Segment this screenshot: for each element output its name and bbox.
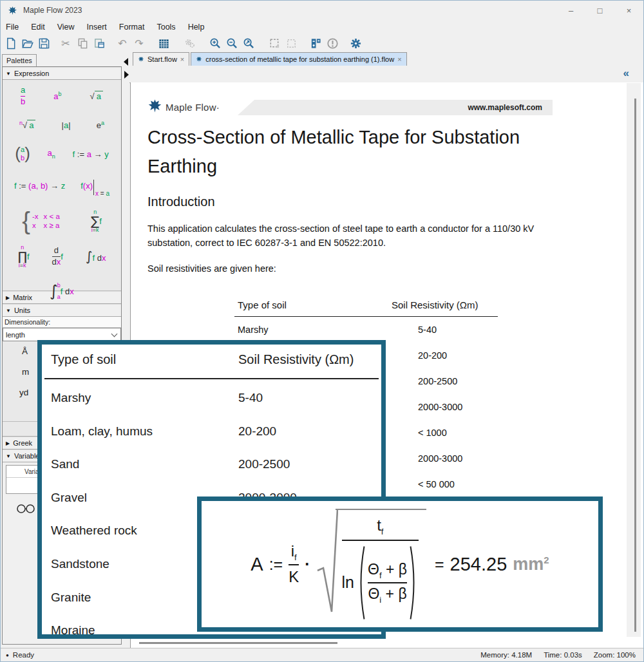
palette-item-map2[interactable]: f := (a, b) → z [14,181,65,191]
left-paren-icon [356,545,366,621]
tab-close-icon[interactable]: × [180,55,184,63]
zoom-callout-formula: A := if K · tf ln [197,497,603,632]
callout-cell: Gravel [51,491,87,505]
callout-cell: Marshy [51,391,91,405]
maple-flow-logo-icon [147,99,162,113]
tab-cross-section[interactable]: cross-section of metallic tape for subst… [191,52,406,66]
unit-item-yd[interactable]: yd [19,388,28,397]
formula: A := if K · tf ln [202,501,598,627]
palette-item-sum[interactable]: n ∑ i=k f [91,209,101,233]
maple-leaf-icon [8,6,17,15]
unit-item-angstrom[interactable]: Å [22,346,28,356]
horizontal-scrollbar-thumb[interactable] [139,642,337,644]
select-region-icon [268,37,281,50]
radical-icon [316,507,338,616]
palette-item-nroot[interactable]: n√a [19,120,35,130]
doc-table-cell: 2000-3000 [418,402,462,412]
palette-item-derivative[interactable]: ddx f [52,246,63,267]
callout-cell: Loam, clay, humus [51,424,153,439]
glasses-icon[interactable] [15,503,36,513]
chevron-expanded-icon: ▼ [6,71,11,77]
tab-start-flow[interactable]: Start.flow × [133,52,189,66]
menu-help[interactable]: Help [188,23,205,32]
expand-right-icon[interactable] [124,71,129,79]
unit-item-m[interactable]: m [22,367,29,377]
chevron-expanded-icon: ▼ [6,308,11,314]
menu-format[interactable]: Format [119,23,145,32]
menu-insert[interactable]: Insert [87,23,107,32]
interrupt-icon [326,37,339,50]
close-button[interactable]: × [614,1,643,20]
open-file-icon[interactable] [21,37,33,50]
undo-icon[interactable]: ↶ [116,37,129,50]
callout-header-soil: Type of soil [51,352,116,367]
palette-item-integral[interactable]: ∫f dx [86,249,106,264]
callout-cell: 20-200 [238,424,276,439]
right-paren-icon [409,545,419,621]
copy-icon[interactable] [76,37,89,50]
menu-view[interactable]: View [57,23,75,32]
palette-item-power[interactable]: ab [53,91,61,101]
palette-item-piecewise[interactable]: { -xx < a xx ≥ a [22,209,60,232]
redo-icon[interactable]: ↷ [133,37,146,50]
menu-edit[interactable]: Edit [31,23,45,32]
menu-tools[interactable]: Tools [156,23,175,32]
status-time: Time: 0.03s [544,651,582,659]
status-zoom: Zoom: 100% [594,651,636,659]
zoom-reset-icon[interactable] [242,37,255,50]
palette-item-exp[interactable]: ea [97,120,104,130]
tab-close-icon[interactable]: × [397,55,401,63]
new-file-icon[interactable] [4,37,17,50]
palette-item-indexed[interactable]: an [48,148,55,160]
palette-item-eval-at[interactable]: f(x) x = a [80,181,109,191]
palette-item-vector[interactable]: ( ab ) [15,146,30,162]
zoom-in-icon[interactable] [209,37,222,50]
collapse-panel-icon[interactable]: « [623,67,629,80]
settings-gear-icon[interactable] [349,37,362,50]
grid-icon[interactable] [157,37,170,50]
dimensionality-label: Dimensionality: [3,317,121,328]
callout-cell: Granite [51,591,91,605]
expression-section-header[interactable]: ▼ Expression [3,67,121,80]
formula-lhs: A [251,554,263,575]
doc-table-cell: < 50 000 [418,479,455,489]
eval-bar [93,180,94,195]
units-section-header[interactable]: ▼ Units [3,304,121,317]
doc-table-cell: 20-200 [418,350,447,361]
doc-table-cell: Marshy [238,325,269,335]
doc-table-cell: 2000-3000 [418,453,462,464]
toggle-math-panels-icon[interactable] [309,37,322,50]
save-icon[interactable] [37,37,50,50]
palette-item-abs[interactable]: |a| [62,120,71,130]
minimize-button[interactable]: – [556,1,585,20]
formula-dot: · [305,555,310,574]
document-toolbar: « [129,66,643,83]
palette-item-product[interactable]: n ∏ i=k f [18,245,30,269]
maximize-button[interactable]: □ [585,1,614,20]
doc-table-rule [234,316,498,317]
formula-equals: = [435,555,444,574]
palette-item-definite-integral[interactable]: ∫ ba f dx [50,282,74,300]
menu-file[interactable]: File [6,23,19,32]
dimensionality-select[interactable]: length [3,328,121,341]
website-link[interactable]: www.maplesoft.com [468,103,542,112]
doc-table-header-soil: Type of soil [238,299,287,310]
document-tab-strip: Start.flow × cross-section of metallic t… [129,52,643,66]
collapse-left-icon[interactable] [124,58,128,66]
zoom-out-icon[interactable] [225,37,238,50]
palette-item-map[interactable]: f := a → y [73,149,109,159]
palette-item-sqrt[interactable]: √a [90,91,103,101]
formula-assign: := [269,555,283,574]
formula-result: 254.25 [450,554,507,575]
chevron-down-icon [111,331,118,337]
palette-item-fraction[interactable]: ab [21,86,25,106]
vertical-scrollbar-thumb[interactable] [634,99,636,632]
app-window: Maple Flow 2023 – □ × File Edit View Ins… [0,0,644,662]
cut-icon[interactable]: ✂ [59,37,72,50]
paste-icon[interactable] [93,37,106,50]
formula-inner-frac: Θf + β Θi + β [368,561,407,604]
callout-header-resistivity: Soil Resistivity (Ωm) [238,352,354,367]
palettes-tab[interactable]: Palettes [2,54,37,66]
document-title: Cross-Section of Metallic Tape for Subst… [147,123,565,181]
vertical-scrollbar-track[interactable] [627,83,641,637]
